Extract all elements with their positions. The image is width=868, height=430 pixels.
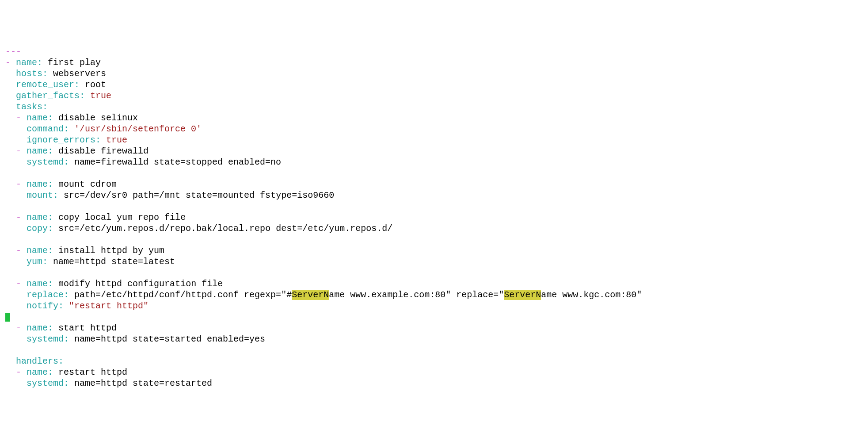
play-name-val: first play <box>42 58 101 68</box>
task-mod-val: name=httpd state=latest <box>48 257 175 267</box>
task-mod-val: src=/dev/sr0 path=/mnt state=mounted fst… <box>58 190 334 200</box>
task-mod-val: src=/etc/yum.repos.d/repo.bak/local.repo… <box>53 223 392 234</box>
highlight-2: ServerN <box>504 290 541 300</box>
doc-start: --- <box>5 46 21 57</box>
replace-mid: ame www.example.com:80" replace=" <box>329 290 504 300</box>
task-mod-key: systemd <box>27 334 64 344</box>
task-mod-val: name=httpd state=started enabled=yes <box>69 334 265 344</box>
task-mod-key: command <box>27 124 64 134</box>
list-dash: - <box>16 367 21 377</box>
task-name-val: mount cdrom <box>53 179 117 189</box>
list-dash: - <box>16 146 21 156</box>
task-mod-val: '/usr/sbin/setenforce 0' <box>74 124 202 134</box>
ignore-errors-val: true <box>106 135 127 145</box>
highlight-1: ServerN <box>292 290 329 300</box>
hosts-key: hosts <box>16 69 42 79</box>
cursor <box>5 313 10 322</box>
handler-mod-key: systemd <box>27 378 64 388</box>
tasks-key: tasks <box>16 102 42 112</box>
task-mod-key: yum <box>27 257 42 267</box>
gather-facts-val: true <box>90 91 111 101</box>
gather-facts-key: gather_facts <box>16 91 80 101</box>
list-dash: - <box>16 246 21 256</box>
task-name-val: disable selinux <box>53 113 138 123</box>
play-name-key: name <box>16 58 37 68</box>
task-mod-key: systemd <box>27 157 64 167</box>
task-name-val: install httpd by yum <box>53 246 164 256</box>
task-name-key: name <box>27 246 48 256</box>
task-name-key: name <box>27 279 48 289</box>
task-mod-val: name=firewalld state=stopped enabled=no <box>69 157 281 167</box>
remote-user-key: remote_user <box>16 80 74 90</box>
list-dash: - <box>16 212 21 223</box>
task-name-val: modify httpd configuration file <box>53 279 223 289</box>
handler-name-val: restart httpd <box>53 367 127 377</box>
list-dash: - <box>5 58 11 68</box>
task-name-key: name <box>27 323 48 333</box>
list-dash: - <box>16 279 21 289</box>
replace-post: ame www.kgc.com:80" <box>541 290 642 300</box>
handler-name-key: name <box>27 367 48 377</box>
replace-pre: path=/etc/httpd/conf/httpd.conf regexp="… <box>69 290 292 300</box>
list-dash: - <box>16 113 21 123</box>
task-name-val: disable firewalld <box>53 146 148 156</box>
task-mod-key: replace <box>27 290 64 300</box>
task-mod-key: mount <box>27 190 53 200</box>
list-dash: - <box>16 323 21 333</box>
remote-user-val: root <box>80 80 106 90</box>
yaml-source[interactable]: --- - name: first play hosts: webservers… <box>0 44 868 391</box>
task-mod-key: copy <box>27 223 48 234</box>
task-name-key: name <box>27 146 48 156</box>
ignore-errors-key: ignore_errors <box>27 135 95 145</box>
task-name-val: start httpd <box>53 323 117 333</box>
notify-val: "restart httpd" <box>69 301 148 311</box>
task-name-val: copy local yum repo file <box>53 212 186 223</box>
handler-mod-val: name=httpd state=restarted <box>69 378 212 388</box>
hosts-val: webservers <box>48 69 106 79</box>
handlers-key: handlers <box>16 356 58 366</box>
list-dash: - <box>16 179 21 189</box>
task-name-key: name <box>27 179 48 189</box>
task-name-key: name <box>27 212 48 223</box>
notify-key: notify <box>27 301 58 311</box>
task-name-key: name <box>27 113 48 123</box>
